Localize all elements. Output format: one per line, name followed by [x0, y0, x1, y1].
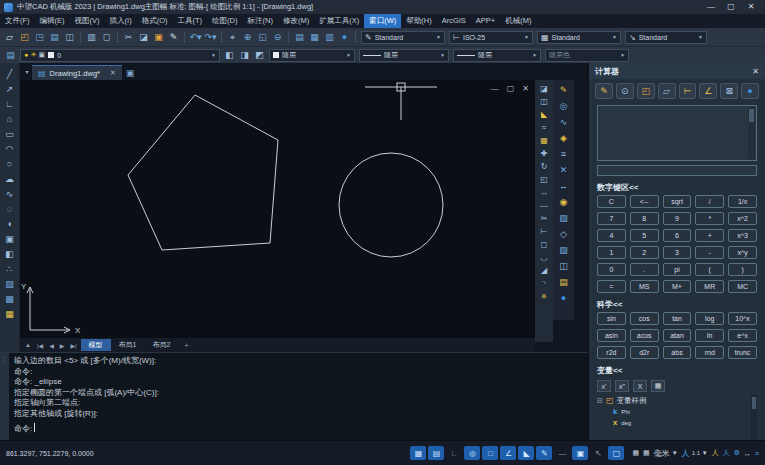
sci-key[interactable]: atan: [663, 329, 692, 342]
calc-key[interactable]: +: [695, 229, 724, 242]
command-window-grip[interactable]: ⋮: [0, 353, 9, 441]
mech-section-icon[interactable]: ▨: [556, 242, 572, 257]
calculator-input[interactable]: [597, 165, 757, 176]
calc-key[interactable]: 4: [597, 229, 626, 242]
calc-key[interactable]: sqrt: [663, 195, 692, 208]
calc-key[interactable]: 7: [597, 212, 626, 225]
layer-previous-icon[interactable]: ◨: [237, 48, 252, 62]
color-combo[interactable]: 随层 ▼: [269, 49, 355, 62]
plotstyle-combo[interactable]: 随层色 ▼: [545, 49, 629, 62]
save-icon[interactable]: ◳: [32, 30, 47, 44]
drawing-canvas[interactable]: YX —▢✕: [20, 80, 535, 338]
properties-icon[interactable]: ▤: [292, 30, 307, 44]
zoom-previous-icon[interactable]: ⊖: [270, 30, 285, 44]
mech-view-icon[interactable]: ◎: [556, 98, 572, 113]
calc-key[interactable]: (: [695, 263, 724, 276]
layout-tab[interactable]: 模型: [81, 339, 111, 351]
new-icon[interactable]: ▱: [2, 30, 17, 44]
annotation-visibility-icon[interactable]: 人: [712, 448, 719, 458]
layer-states-icon[interactable]: ◩: [252, 48, 267, 62]
mdi-close-icon[interactable]: ✕: [522, 84, 529, 93]
preview-icon[interactable]: ◻: [99, 30, 114, 44]
numpad-section-label[interactable]: 数字键区<<: [597, 182, 757, 193]
make-current-layer-icon[interactable]: ◧: [222, 48, 237, 62]
menu-item[interactable]: APP+: [471, 14, 500, 28]
chamfer-icon[interactable]: ◢: [537, 264, 551, 277]
mech-balloon-icon[interactable]: ◇: [556, 226, 572, 241]
scale-icon[interactable]: ◱: [537, 173, 551, 186]
command-window[interactable]: ⋮ 输入边的数目 <5> 或 [多个(M)/线宽(W)]:命令:命令: _ell…: [0, 352, 588, 440]
sci-key[interactable]: abs: [663, 346, 692, 359]
calc-key[interactable]: 2: [630, 246, 659, 259]
zoom-window-icon[interactable]: ◱: [255, 30, 270, 44]
menu-item[interactable]: 绘图(D): [207, 14, 242, 28]
ellipse-icon[interactable]: ◌: [2, 202, 17, 215]
cut-icon[interactable]: ✂: [121, 30, 136, 44]
snap-toggle[interactable]: ▤: [428, 446, 444, 460]
arc-icon[interactable]: ◠: [2, 142, 17, 155]
mech-edit-icon[interactable]: ✎: [556, 82, 572, 97]
scientific-section-label[interactable]: 科学<<: [597, 299, 757, 310]
auto-scale-icon[interactable]: 人: [723, 448, 730, 458]
calc-key[interactable]: =: [597, 280, 626, 293]
transparency-toggle[interactable]: ▣: [572, 446, 588, 460]
point-icon[interactable]: ∴: [2, 262, 17, 275]
menu-item[interactable]: 编辑(E): [35, 14, 70, 28]
menu-item[interactable]: 机械(M): [500, 14, 536, 28]
calc-get-point-icon[interactable]: ◰: [637, 83, 655, 99]
join-icon[interactable]: ◡: [537, 251, 551, 264]
mdi-restore-icon[interactable]: ▢: [507, 84, 515, 93]
last-tab-icon[interactable]: ▶|: [67, 342, 79, 349]
variable-calculator-icon[interactable]: ▦: [651, 380, 665, 392]
mech-delete-icon[interactable]: ✕: [556, 162, 572, 177]
mech-list-icon[interactable]: ≡: [556, 146, 572, 161]
make-block-icon[interactable]: ◧: [2, 247, 17, 260]
calc-key[interactable]: <--: [630, 195, 659, 208]
calc-key[interactable]: 3: [663, 246, 692, 259]
mech-symbol-icon[interactable]: ◈: [556, 130, 572, 145]
sci-key[interactable]: acos: [630, 329, 659, 342]
dim-style-combo[interactable]: ⊢ ISO-25 ▼: [449, 31, 533, 44]
calc-key[interactable]: 8: [630, 212, 659, 225]
text-style-combo[interactable]: ✎ Standard ▼: [361, 31, 445, 44]
sci-key[interactable]: tan: [663, 312, 692, 325]
prev-tab-icon[interactable]: ◀: [46, 342, 57, 349]
paste-icon[interactable]: ▣: [151, 30, 166, 44]
status-menu-icon[interactable]: ≡: [755, 450, 759, 457]
new-variable-icon[interactable]: x': [597, 380, 611, 392]
dyn-input-toggle[interactable]: ✎: [536, 446, 552, 460]
workspace-icon[interactable]: ▦: [632, 449, 639, 457]
layer-on-icon[interactable]: ●: [24, 51, 28, 59]
window-close-button[interactable]: ✕: [741, 0, 761, 14]
mech-table-icon[interactable]: ◫: [556, 258, 572, 273]
calculator-header[interactable]: 计算器 ✕: [589, 63, 765, 79]
rotate-icon[interactable]: ↻: [537, 160, 551, 173]
layout-tab[interactable]: 布局2: [144, 339, 178, 351]
layout-tab[interactable]: 布局1: [111, 339, 145, 351]
layer-thaw-icon[interactable]: ☀: [30, 51, 36, 59]
new-tab-button[interactable]: ▣: [122, 65, 138, 80]
panel-close-icon[interactable]: ✕: [752, 67, 765, 76]
first-tab-icon[interactable]: |◀: [34, 342, 46, 349]
isolate-icon[interactable]: ▦: [643, 449, 650, 457]
calc-key[interactable]: MS: [630, 280, 659, 293]
mech-title-icon[interactable]: ▤: [556, 274, 572, 289]
mleader-style-combo[interactable]: ↘ Standard ▼: [625, 31, 707, 44]
zoom-realtime-icon[interactable]: ⊕: [240, 30, 255, 44]
edit-variable-icon[interactable]: x": [615, 380, 629, 392]
ellipse-arc-icon[interactable]: ◖: [2, 217, 17, 230]
sci-key[interactable]: e^x: [728, 329, 757, 342]
mdi-minimize-icon[interactable]: —: [491, 84, 499, 93]
menu-item[interactable]: ArcGIS: [437, 14, 471, 28]
mech-bolt-icon[interactable]: ◉: [556, 194, 572, 209]
menu-item[interactable]: 帮助(H): [401, 14, 436, 28]
menu-item[interactable]: 插入(I): [105, 14, 137, 28]
copy-icon[interactable]: ◪: [136, 30, 151, 44]
layer-combo[interactable]: ●☀▣ 0 ▼: [20, 49, 220, 62]
selection-cycling-toggle[interactable]: ↖: [590, 446, 606, 460]
calc-key[interactable]: pi: [663, 263, 692, 276]
copy-object-icon[interactable]: ◫: [537, 95, 551, 108]
menu-item[interactable]: 视图(V): [70, 14, 105, 28]
match-properties-icon[interactable]: ✎: [166, 30, 181, 44]
calc-key[interactable]: x^3: [728, 229, 757, 242]
